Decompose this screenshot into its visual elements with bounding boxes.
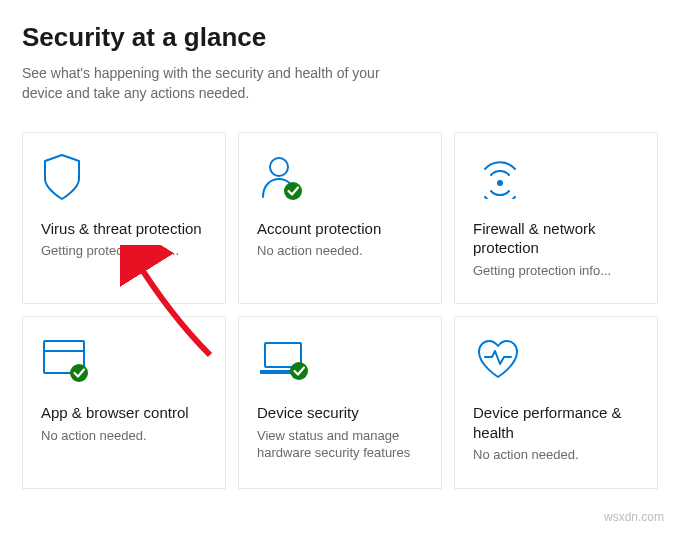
- svg-point-5: [70, 364, 88, 382]
- tile-status: Getting protection info...: [41, 242, 209, 260]
- svg-point-1: [284, 182, 302, 200]
- tile-status: No action needed.: [473, 446, 641, 464]
- laptop-icon: [257, 337, 425, 391]
- tile-status: View status and manage hardware security…: [257, 427, 425, 462]
- tile-firewall-network[interactable]: Firewall & network protection Getting pr…: [454, 132, 658, 305]
- account-icon: [257, 153, 425, 207]
- tile-account-protection[interactable]: Account protection No action needed.: [238, 132, 442, 305]
- tiles-grid: Virus & threat protection Getting protec…: [22, 132, 658, 489]
- tile-app-browser[interactable]: App & browser control No action needed.: [22, 316, 226, 489]
- svg-point-2: [497, 180, 503, 186]
- wifi-icon: [473, 153, 641, 207]
- heart-icon: [473, 337, 641, 391]
- tile-title: Device security: [257, 403, 425, 423]
- page-title: Security at a glance: [22, 22, 658, 53]
- watermark: wsxdn.com: [604, 510, 664, 524]
- shield-icon: [41, 153, 209, 207]
- tile-status: No action needed.: [257, 242, 425, 260]
- svg-point-7: [290, 362, 308, 380]
- browser-icon: [41, 337, 209, 391]
- tile-status: No action needed.: [41, 427, 209, 445]
- tile-title: App & browser control: [41, 403, 209, 423]
- tile-title: Virus & threat protection: [41, 219, 209, 239]
- svg-point-0: [270, 158, 288, 176]
- tile-title: Account protection: [257, 219, 425, 239]
- tile-virus-threat[interactable]: Virus & threat protection Getting protec…: [22, 132, 226, 305]
- tile-title: Device performance & health: [473, 403, 641, 442]
- tile-device-security[interactable]: Device security View status and manage h…: [238, 316, 442, 489]
- tile-title: Firewall & network protection: [473, 219, 641, 258]
- page-subtitle: See what's happening with the security a…: [22, 63, 402, 104]
- tile-status: Getting protection info...: [473, 262, 641, 280]
- tile-device-performance[interactable]: Device performance & health No action ne…: [454, 316, 658, 489]
